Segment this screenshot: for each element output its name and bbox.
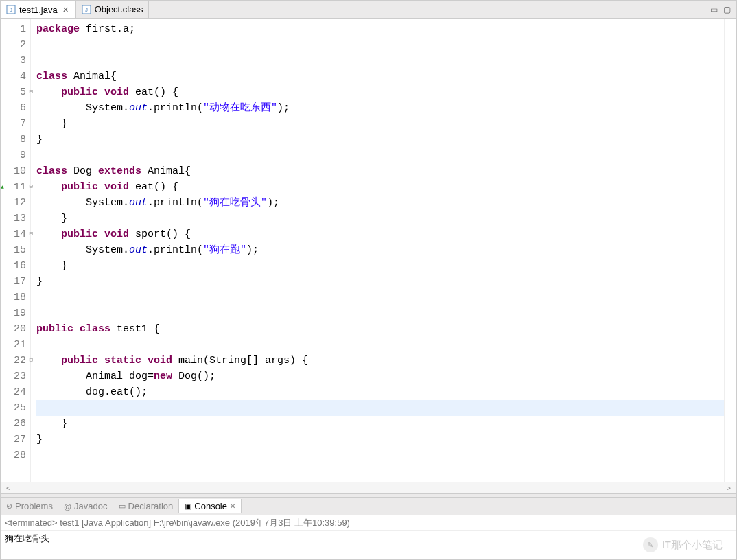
view-tab-declaration[interactable]: ▭Declaration bbox=[113, 499, 179, 513]
line-number: 13 bbox=[6, 211, 26, 226]
line-number: 17 bbox=[6, 274, 26, 290]
code-line[interactable]: } bbox=[36, 416, 724, 432]
line-number: 25 bbox=[6, 400, 26, 416]
code-line[interactable]: class Animal{ bbox=[36, 69, 724, 84]
code-line[interactable]: System.out.println("狗在跑"); bbox=[36, 242, 724, 258]
editor-tab-bar: Jtest1.java✕JObject.class ▭ ▢ bbox=[1, 1, 736, 19]
code-line[interactable]: Animal dog=new Dog(); bbox=[36, 369, 724, 384]
view-tab-problems[interactable]: ⊘Problems bbox=[1, 499, 58, 513]
line-number: 3 bbox=[6, 53, 26, 69]
close-icon[interactable]: ✕ bbox=[61, 5, 70, 14]
code-line[interactable] bbox=[36, 447, 724, 463]
line-number: 12 bbox=[6, 195, 26, 211]
code-line[interactable]: class Dog extends Animal{ bbox=[36, 163, 724, 179]
code-line[interactable]: System.out.println("狗在吃骨头"); bbox=[36, 195, 724, 211]
code-line[interactable]: } bbox=[36, 274, 724, 290]
tab-label: Object.class bbox=[95, 4, 143, 14]
code-line[interactable]: } bbox=[36, 258, 724, 274]
java-file-icon: J bbox=[82, 5, 91, 14]
line-number: 26 bbox=[6, 416, 26, 432]
line-number: 20 bbox=[6, 321, 26, 337]
console-output: 狗在吃骨头 bbox=[1, 531, 736, 559]
view-tab-label: Javadoc bbox=[74, 501, 107, 511]
code-line[interactable] bbox=[36, 37, 724, 53]
code-line[interactable] bbox=[36, 290, 724, 305]
console-header: <terminated> test1 [Java Application] F:… bbox=[1, 515, 736, 531]
line-number: 16 bbox=[6, 258, 26, 274]
declaration-icon: ▭ bbox=[119, 502, 126, 511]
maximize-icon[interactable]: ▢ bbox=[723, 5, 731, 14]
line-number: 15 bbox=[6, 242, 26, 258]
code-content[interactable]: package first.a; class Animal{ public vo… bbox=[31, 19, 724, 482]
code-line[interactable]: dog.eat(); bbox=[36, 384, 724, 400]
code-line[interactable] bbox=[36, 148, 724, 163]
view-tab-javadoc[interactable]: @Javadoc bbox=[58, 499, 113, 513]
view-tab-label: Console bbox=[194, 501, 227, 511]
line-number: 19 bbox=[6, 305, 26, 321]
code-line[interactable]: public static void main(String[] args) { bbox=[36, 353, 724, 369]
line-number: 6 bbox=[6, 100, 26, 116]
view-tab-console[interactable]: ▣Console ✕ bbox=[178, 499, 242, 513]
editor-area[interactable]: 1234567891011121314151617181920212223242… bbox=[1, 19, 736, 482]
line-number: 4 bbox=[6, 69, 26, 84]
line-number: 27 bbox=[6, 432, 26, 447]
tab-label: test1.java bbox=[19, 5, 58, 15]
code-line[interactable]: package first.a; bbox=[36, 21, 724, 37]
editor-tab[interactable]: Jtest1.java✕ bbox=[1, 1, 76, 18]
line-number: 28 bbox=[6, 447, 26, 463]
scroll-right-icon[interactable]: > bbox=[724, 484, 734, 492]
code-line[interactable] bbox=[36, 337, 724, 353]
code-line[interactable]: } bbox=[36, 211, 724, 226]
code-line[interactable]: } bbox=[36, 132, 724, 148]
javadoc-icon: @ bbox=[64, 502, 71, 511]
line-number: 5 bbox=[6, 84, 26, 100]
code-line[interactable]: public void sport() { bbox=[36, 226, 724, 242]
java-file-icon: J bbox=[6, 5, 16, 14]
line-number: 22 bbox=[6, 353, 26, 369]
line-number: 23 bbox=[6, 369, 26, 384]
line-number-gutter: 1234567891011121314151617181920212223242… bbox=[1, 19, 31, 482]
code-line[interactable]: } bbox=[36, 116, 724, 132]
line-number: 8 bbox=[6, 132, 26, 148]
problems-icon: ⊘ bbox=[6, 502, 12, 511]
code-line[interactable] bbox=[36, 305, 724, 321]
code-line[interactable]: System.out.println("动物在吃东西"); bbox=[36, 100, 724, 116]
overview-ruler[interactable] bbox=[724, 19, 736, 482]
line-number: 14 bbox=[6, 226, 26, 242]
line-number: 1 bbox=[6, 21, 26, 37]
line-number: 10 bbox=[6, 163, 26, 179]
view-tab-label: Declaration bbox=[128, 501, 174, 511]
line-number: 11 bbox=[6, 179, 26, 195]
top-right-controls: ▭ ▢ bbox=[710, 5, 736, 14]
view-tab-label: Problems bbox=[15, 501, 53, 511]
close-icon[interactable]: ✕ bbox=[230, 502, 235, 510]
line-number: 21 bbox=[6, 337, 26, 353]
code-line[interactable] bbox=[36, 400, 724, 416]
code-line[interactable]: public class test1 { bbox=[36, 321, 724, 337]
bottom-tab-bar: ⊘Problems@Javadoc▭Declaration▣Console ✕ bbox=[1, 498, 736, 515]
line-number: 2 bbox=[6, 37, 26, 53]
horizontal-scrollbar[interactable]: < > bbox=[1, 482, 736, 493]
line-number: 24 bbox=[6, 384, 26, 400]
minimize-icon[interactable]: ▭ bbox=[710, 5, 718, 14]
line-number: 7 bbox=[6, 116, 26, 132]
code-line[interactable] bbox=[36, 53, 724, 69]
console-icon: ▣ bbox=[185, 502, 191, 511]
scroll-left-icon[interactable]: < bbox=[3, 484, 13, 492]
code-line[interactable]: public void eat() { bbox=[36, 84, 724, 100]
svg-text:J: J bbox=[85, 7, 88, 13]
line-number: 18 bbox=[6, 290, 26, 305]
line-number: 9 bbox=[6, 148, 26, 163]
svg-text:J: J bbox=[10, 7, 12, 13]
code-line[interactable]: public void eat() { bbox=[36, 179, 724, 195]
code-line[interactable]: } bbox=[36, 432, 724, 447]
editor-tab[interactable]: JObject.class bbox=[76, 1, 150, 18]
